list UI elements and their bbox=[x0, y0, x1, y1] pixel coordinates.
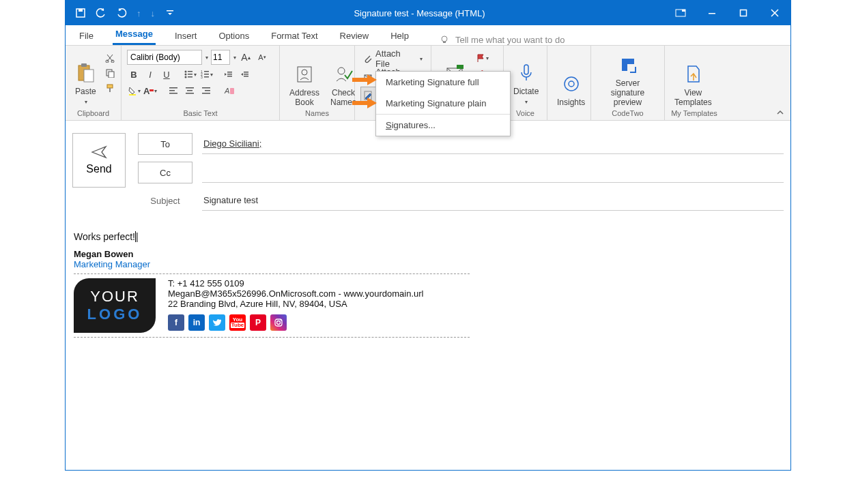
close-icon[interactable] bbox=[759, 1, 790, 25]
font-size-input[interactable] bbox=[211, 50, 230, 65]
svg-rect-10 bbox=[81, 63, 87, 67]
chevron-down-icon[interactable]: ▾ bbox=[233, 55, 236, 61]
annotation-arrow-icon bbox=[352, 73, 377, 87]
message-body[interactable]: Works perfect!| Megan Bowen Marketing Ma… bbox=[66, 224, 790, 349]
decrease-indent-icon[interactable] bbox=[221, 68, 235, 81]
signatures-manage-item[interactable]: SSignatures...ignatures... bbox=[376, 115, 510, 136]
youtube-icon[interactable]: YouTube bbox=[229, 314, 246, 331]
svg-rect-33 bbox=[244, 72, 248, 73]
facebook-icon[interactable]: f bbox=[168, 314, 184, 331]
send-button[interactable]: Send bbox=[72, 133, 126, 188]
svg-point-22 bbox=[184, 76, 186, 78]
signature-menu-item[interactable]: Marketing Signature plain bbox=[376, 93, 510, 114]
cc-field[interactable] bbox=[202, 162, 784, 183]
group-label bbox=[553, 109, 585, 119]
increase-indent-icon[interactable] bbox=[238, 68, 251, 81]
tab-file[interactable]: File bbox=[76, 27, 96, 45]
numbering-icon[interactable]: 123▾ bbox=[199, 68, 213, 81]
font-color-icon[interactable]: A▾ bbox=[143, 84, 157, 98]
tab-message[interactable]: Message bbox=[113, 25, 156, 45]
title-bar: ↑ ↓ Signature test - Message (HTML) bbox=[66, 1, 790, 25]
font-family-input[interactable] bbox=[127, 50, 202, 65]
save-icon[interactable] bbox=[75, 8, 86, 18]
svg-rect-19 bbox=[188, 71, 192, 72]
align-left-icon[interactable] bbox=[167, 84, 180, 98]
svg-rect-8 bbox=[443, 42, 446, 43]
tab-review[interactable]: Review bbox=[337, 27, 372, 45]
svg-rect-35 bbox=[244, 76, 248, 77]
lightbulb-icon bbox=[439, 34, 450, 45]
undo-icon[interactable] bbox=[96, 8, 106, 18]
to-field[interactable]: Diego Siciliani; bbox=[202, 134, 784, 154]
redo-icon[interactable] bbox=[116, 8, 127, 18]
cc-button[interactable]: Cc bbox=[138, 162, 192, 183]
svg-rect-39 bbox=[169, 93, 177, 94]
insights-icon bbox=[562, 72, 581, 96]
shrink-font-icon[interactable]: A▾ bbox=[255, 50, 269, 64]
subject-field[interactable]: Signature test bbox=[202, 190, 784, 211]
address-book-button[interactable]: Address Book bbox=[285, 48, 324, 108]
group-label: Voice bbox=[509, 109, 541, 119]
pinterest-icon[interactable]: P bbox=[250, 314, 266, 331]
to-button[interactable]: To bbox=[138, 133, 192, 155]
paperclip-icon bbox=[363, 54, 373, 63]
svg-rect-5 bbox=[709, 13, 715, 14]
logo-placeholder: YOUR LOGO bbox=[74, 278, 156, 333]
chevron-down-icon[interactable]: ▾ bbox=[205, 55, 208, 61]
signature-name: Megan Bowen bbox=[74, 249, 782, 259]
svg-rect-17 bbox=[109, 88, 111, 92]
tell-me-input[interactable]: Tell me what you want to do bbox=[455, 35, 565, 45]
bold-icon[interactable]: B bbox=[127, 68, 141, 81]
collapse-ribbon-icon[interactable] bbox=[775, 108, 785, 117]
grow-font-icon[interactable]: A▴ bbox=[239, 50, 253, 64]
server-signature-preview-button[interactable]: Server signature preview bbox=[597, 48, 659, 108]
svg-point-60 bbox=[277, 321, 281, 325]
attach-file-button[interactable]: Attach File▾ bbox=[360, 50, 425, 68]
svg-rect-47 bbox=[230, 88, 234, 94]
svg-rect-2 bbox=[167, 10, 173, 12]
svg-rect-32 bbox=[227, 76, 232, 77]
italic-icon[interactable]: I bbox=[143, 68, 157, 81]
align-right-icon[interactable] bbox=[199, 84, 213, 98]
maximize-icon[interactable] bbox=[728, 1, 759, 25]
bullets-icon[interactable]: ▾ bbox=[183, 68, 197, 81]
qat-customize-icon[interactable] bbox=[166, 9, 174, 17]
clear-formatting-icon[interactable]: A bbox=[223, 84, 236, 98]
ribbon-display-icon[interactable] bbox=[665, 1, 696, 25]
svg-rect-6 bbox=[741, 10, 747, 16]
follow-up-flag-icon[interactable]: ▾ bbox=[475, 51, 489, 65]
linkedin-icon[interactable]: in bbox=[188, 314, 205, 331]
twitter-icon[interactable] bbox=[209, 314, 225, 331]
paste-button[interactable]: Paste▾ bbox=[71, 48, 100, 108]
svg-rect-34 bbox=[244, 74, 248, 75]
annotation-arrow-icon bbox=[352, 96, 377, 110]
svg-rect-41 bbox=[187, 90, 192, 91]
address-book-icon bbox=[295, 62, 314, 87]
svg-rect-29 bbox=[204, 76, 209, 78]
insights-button[interactable]: Insights bbox=[553, 48, 589, 108]
dictate-button[interactable]: Dictate▾ bbox=[509, 48, 543, 108]
svg-text:A: A bbox=[224, 87, 229, 95]
tab-options[interactable]: Options bbox=[216, 27, 252, 45]
svg-rect-3 bbox=[676, 10, 685, 16]
svg-rect-38 bbox=[169, 90, 175, 91]
align-center-icon[interactable] bbox=[183, 84, 197, 98]
highlight-icon[interactable]: ▾ bbox=[127, 84, 141, 98]
tab-insert[interactable]: Insert bbox=[172, 27, 200, 45]
signature-menu-item[interactable]: Marketing Signature full bbox=[376, 72, 510, 93]
tab-format-text[interactable]: Format Text bbox=[268, 27, 320, 45]
format-painter-icon[interactable] bbox=[103, 81, 117, 95]
svg-point-50 bbox=[338, 68, 345, 74]
tab-help[interactable]: Help bbox=[388, 27, 412, 45]
svg-rect-30 bbox=[227, 72, 232, 73]
svg-point-49 bbox=[302, 70, 307, 75]
minimize-icon[interactable] bbox=[696, 1, 728, 25]
underline-icon[interactable]: U bbox=[160, 68, 173, 81]
instagram-icon[interactable] bbox=[270, 314, 287, 331]
cut-icon[interactable] bbox=[103, 51, 117, 65]
svg-rect-23 bbox=[188, 76, 192, 78]
group-label: My Templates bbox=[670, 109, 718, 119]
signature-dropdown: Marketing Signature full Marketing Signa… bbox=[375, 71, 511, 136]
view-templates-button[interactable]: View Templates bbox=[670, 48, 716, 108]
copy-icon[interactable] bbox=[103, 66, 117, 80]
